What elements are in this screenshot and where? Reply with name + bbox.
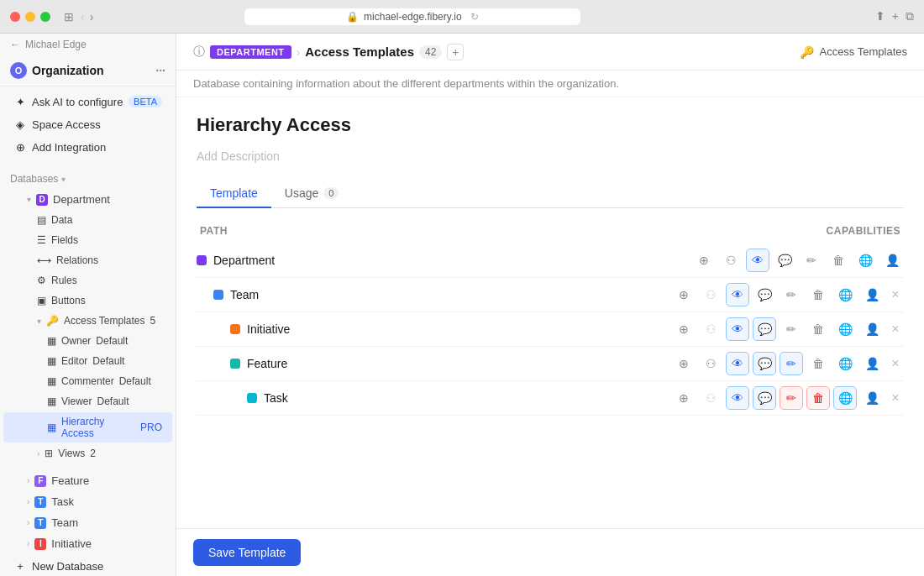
initiative-dot	[230, 324, 240, 334]
delete-button[interactable]: 🗑	[806, 386, 830, 410]
task-label: Task	[51, 495, 74, 508]
sidebar-item-editor[interactable]: ▦ Editor Default	[3, 352, 172, 370]
remove-row-button[interactable]: ×	[887, 355, 904, 372]
sidebar-item-buttons[interactable]: ▣ Buttons	[3, 291, 172, 310]
globe-button[interactable]: 🌐	[833, 352, 857, 375]
minimize-button[interactable]	[25, 12, 35, 22]
edit-button[interactable]: ✏	[780, 352, 803, 375]
access-templates-link[interactable]: Access Templates	[819, 45, 907, 58]
comment-button[interactable]: 💬	[773, 249, 796, 272]
edit-button[interactable]: ✏	[780, 386, 803, 410]
comment-button[interactable]: 💬	[753, 386, 776, 410]
main-description: Database containing information about th…	[176, 71, 924, 97]
remove-row-button[interactable]: ×	[887, 321, 904, 338]
sidebar: ← Michael Edge O Organization ··· ✦ Ask …	[0, 34, 176, 576]
globe-button[interactable]: 🌐	[833, 317, 857, 341]
globe-button[interactable]: 🌐	[853, 249, 877, 272]
forward-icon[interactable]: ›	[90, 10, 94, 24]
url-text: michael-edge.fibery.io	[364, 11, 462, 23]
sidebar-item-access-templates[interactable]: ▾ 🔑 Access Templates 5	[3, 312, 172, 330]
view-button[interactable]: 👁	[726, 386, 749, 410]
user-button[interactable]: 👤	[860, 283, 884, 306]
view-button[interactable]: 👁	[726, 352, 749, 375]
plus-icon: +	[13, 559, 27, 573]
chevron-down-icon: ▾	[37, 317, 41, 326]
add-child-button[interactable]: ⊕	[672, 317, 696, 341]
sidebar-item-data[interactable]: ▤ Data	[3, 211, 172, 229]
feature-actions: ⊕ ⚇ 👁 💬 ✏ 🗑 🌐 👤 ×	[672, 352, 904, 375]
user-name: Michael Edge	[25, 39, 87, 50]
add-child-button[interactable]: ⊕	[672, 352, 696, 375]
sidebar-item-owner[interactable]: ▦ Owner Default	[3, 332, 172, 350]
share-icon[interactable]: ⬆	[875, 9, 885, 24]
view-button[interactable]: 👁	[726, 283, 749, 306]
view-button[interactable]: 👁	[746, 249, 769, 272]
task-dot	[247, 393, 257, 403]
remove-row-button[interactable]: ×	[887, 390, 904, 406]
sidebar-item-department[interactable]: ▾ D Department	[3, 190, 172, 209]
org-menu-icon[interactable]: ···	[155, 64, 165, 77]
comment-button[interactable]: 💬	[753, 317, 776, 341]
view-button[interactable]: 👁	[726, 317, 749, 341]
path-row-feature: Feature ⊕ ⚇ 👁 💬 ✏ 🗑 🌐 👤 ×	[197, 347, 904, 381]
comment-button[interactable]: 💬	[753, 352, 776, 375]
group-button[interactable]: ⚇	[699, 283, 722, 306]
refresh-icon[interactable]: ↻	[470, 11, 479, 23]
user-button[interactable]: 👤	[860, 317, 884, 341]
edit-button[interactable]: ✏	[780, 317, 803, 341]
add-child-button[interactable]: ⊕	[672, 386, 696, 410]
back-icon[interactable]: ‹	[81, 10, 85, 24]
delete-button[interactable]: 🗑	[806, 352, 830, 375]
tab-usage[interactable]: Usage 0	[271, 180, 353, 208]
new-tab-icon[interactable]: +	[892, 9, 899, 24]
sidebar-item-feature[interactable]: › F Feature	[3, 471, 172, 490]
description-input[interactable]: Add Description	[197, 146, 904, 166]
databases-group-header[interactable]: Databases ▾	[0, 169, 176, 189]
sidebar-item-relations[interactable]: ⟷ Relations	[3, 251, 172, 270]
sidebar-toggle-icon[interactable]: ⊞	[64, 10, 74, 24]
template-icon: ▦	[47, 375, 56, 387]
ai-icon: ✦	[13, 95, 27, 108]
delete-button[interactable]: 🗑	[806, 283, 830, 306]
sidebar-item-hierarchy-access[interactable]: ▦ Hierarchy Access PRO	[3, 412, 172, 442]
department-label: Department	[53, 193, 110, 206]
add-child-button[interactable]: ⊕	[672, 283, 696, 306]
sidebar-item-initiative[interactable]: › I Initiative	[3, 534, 172, 553]
sidebar-item-new-database[interactable]: + New Database	[3, 555, 172, 576]
save-template-button[interactable]: Save Template	[193, 539, 301, 566]
remove-row-button[interactable]: ×	[887, 286, 904, 303]
template-icon: ▦	[47, 395, 56, 407]
sidebar-item-viewer[interactable]: ▦ Viewer Default	[3, 392, 172, 411]
delete-button[interactable]: 🗑	[806, 317, 830, 341]
close-button[interactable]	[10, 12, 20, 22]
edit-button[interactable]: ✏	[780, 283, 803, 306]
maximize-button[interactable]	[40, 12, 50, 22]
sidebar-item-task[interactable]: › T Task	[3, 492, 172, 511]
group-button[interactable]: ⚇	[699, 352, 722, 375]
add-child-button[interactable]: ⊕	[692, 249, 716, 272]
sidebar-item-rules[interactable]: ⚙ Rules	[3, 271, 172, 290]
delete-button[interactable]: 🗑	[827, 249, 850, 272]
group-button[interactable]: ⚇	[699, 317, 722, 341]
sidebar-item-views[interactable]: › ⊞ Views 2	[3, 444, 172, 463]
user-button[interactable]: 👤	[880, 249, 904, 272]
edit-button[interactable]: ✏	[800, 249, 823, 272]
sidebar-item-add-integration[interactable]: ⊕ Add Integration	[3, 136, 172, 158]
globe-button[interactable]: 🌐	[833, 386, 857, 410]
tabs-icon[interactable]: ⧉	[906, 9, 914, 24]
sidebar-item-space-access[interactable]: ◈ Space Access	[3, 113, 172, 135]
address-bar[interactable]: 🔒 michael-edge.fibery.io ↻	[244, 8, 580, 25]
add-item-button[interactable]: +	[447, 44, 464, 60]
tab-template[interactable]: Template	[197, 180, 271, 208]
user-button[interactable]: 👤	[860, 352, 884, 375]
sidebar-item-commenter[interactable]: ▦ Commenter Default	[3, 372, 172, 390]
globe-button[interactable]: 🌐	[833, 283, 857, 306]
comment-button[interactable]: 💬	[753, 283, 776, 306]
group-button[interactable]: ⚇	[719, 249, 743, 272]
capabilities-column-header: Capabilities	[827, 225, 900, 237]
sidebar-item-ask-ai[interactable]: ✦ Ask AI to configure BETA	[3, 91, 172, 113]
sidebar-item-team[interactable]: › T Team	[3, 513, 172, 532]
user-button[interactable]: 👤	[860, 386, 884, 410]
sidebar-item-fields[interactable]: ☰ Fields	[3, 231, 172, 249]
group-button[interactable]: ⚇	[699, 386, 722, 410]
